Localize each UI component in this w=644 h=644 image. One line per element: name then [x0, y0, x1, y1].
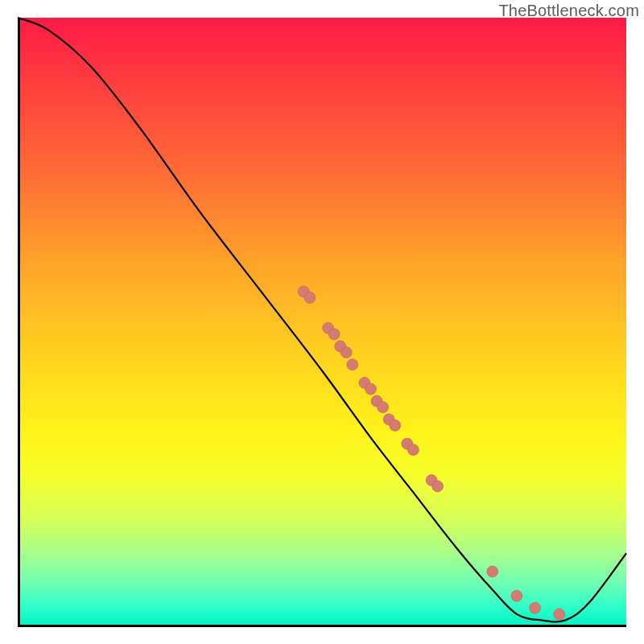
- data-point: [347, 359, 358, 370]
- data-point: [304, 292, 316, 303]
- data-point: [328, 328, 340, 340]
- bottleneck-curve: [18, 18, 626, 621]
- data-point: [378, 402, 389, 413]
- watermark-label: TheBottleneck.com: [498, 2, 639, 20]
- data-point: [554, 609, 565, 620]
- data-point: [487, 566, 498, 577]
- data-point: [511, 590, 522, 601]
- data-point: [365, 383, 377, 394]
- data-point: [530, 602, 541, 613]
- data-point: [341, 347, 352, 358]
- chart-svg: [18, 18, 626, 626]
- data-point: [432, 481, 444, 492]
- chart-frame: TheBottleneck.com: [0, 0, 644, 644]
- data-point: [390, 420, 401, 431]
- data-point: [407, 444, 419, 456]
- data-point-group: [298, 286, 565, 620]
